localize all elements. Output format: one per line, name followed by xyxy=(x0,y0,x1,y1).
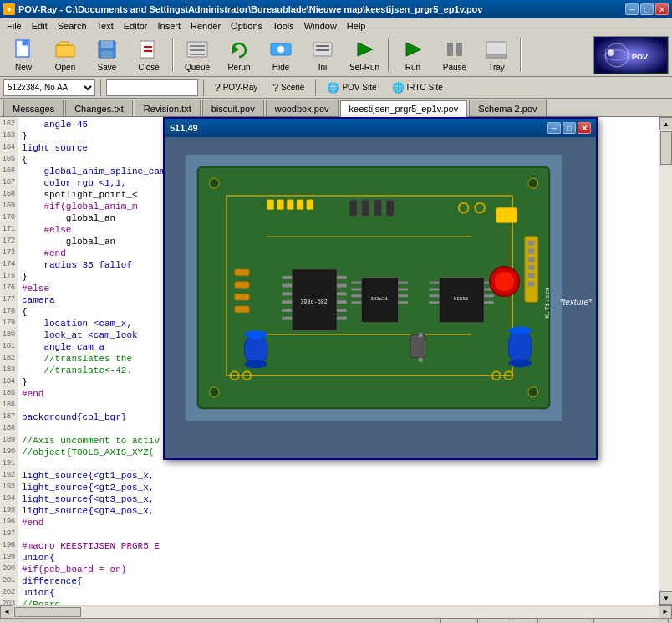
menu-item-render[interactable]: Render xyxy=(186,20,226,32)
povsite-btn[interactable]: 🌐 POV Site xyxy=(321,79,382,96)
line-number: 201 xyxy=(0,575,18,587)
menu-item-file[interactable]: File xyxy=(2,20,27,32)
irtcsite-btn[interactable]: 🌐 IRTC Site xyxy=(386,79,449,96)
toolbar-btn-run[interactable]: Run xyxy=(393,36,433,74)
menu-item-text[interactable]: Text xyxy=(92,20,119,32)
toolbar-btn-close[interactable]: Close xyxy=(129,36,169,74)
svg-rect-3 xyxy=(101,41,113,48)
close-button[interactable]: ✕ xyxy=(655,3,669,15)
line-number: 199 xyxy=(0,552,18,564)
svg-text:K.Ti.sen: K.Ti.sen xyxy=(543,287,551,319)
toolbar-btn-hide[interactable]: Hide xyxy=(261,36,301,74)
toolbar: NewOpenSaveCloseQueueRerunHideIniSel-Run… xyxy=(0,33,672,77)
svg-rect-87 xyxy=(267,200,274,210)
tab-revision-txt[interactable]: Revision.txt xyxy=(135,100,201,116)
main-area: 1621631641651661671681691701711721731741… xyxy=(0,117,672,605)
svg-rect-63 xyxy=(398,294,408,297)
preview-controls: ─ □ ✕ xyxy=(547,122,591,134)
svg-rect-62 xyxy=(398,288,408,290)
svg-rect-43 xyxy=(282,276,292,279)
scroll-up[interactable]: ▲ xyxy=(659,117,672,130)
svg-rect-20 xyxy=(447,43,453,56)
menu-item-editor[interactable]: Editor xyxy=(119,20,153,32)
scroll-thumb[interactable] xyxy=(660,131,672,165)
menu-item-search[interactable]: Search xyxy=(53,20,92,32)
h-scroll-track[interactable] xyxy=(13,606,659,618)
toolbar-btn-label-tray: Tray xyxy=(488,63,505,72)
svg-rect-89 xyxy=(287,200,293,210)
maximize-button[interactable]: □ xyxy=(640,3,654,15)
tab-changes-txt[interactable]: Changes.txt xyxy=(65,100,133,116)
svg-rect-46 xyxy=(282,300,292,304)
toolbar-btn-open[interactable]: Open xyxy=(45,36,85,74)
scroll-right[interactable]: ► xyxy=(659,605,672,619)
svg-rect-57 xyxy=(352,282,362,284)
preview-maximize[interactable]: □ xyxy=(563,122,576,134)
svg-point-37 xyxy=(209,178,219,188)
close-icon xyxy=(136,38,161,61)
svg-rect-45 xyxy=(282,292,292,295)
toolbar-btn-pause[interactable]: Pause xyxy=(435,36,475,74)
svg-rect-104 xyxy=(496,208,517,223)
toolbar-btn-label-open: Open xyxy=(55,63,75,72)
svg-rect-61 xyxy=(398,282,408,284)
toolbar-btn-save[interactable]: Save xyxy=(87,36,127,74)
toolbar-separator xyxy=(388,38,389,72)
scene-btn[interactable]: ? Scene xyxy=(267,79,310,96)
tab-schema-2-pov[interactable]: Schema 2.pov xyxy=(469,100,546,116)
app-icon: ● xyxy=(3,3,15,15)
rerun-icon xyxy=(227,38,252,61)
code-line xyxy=(22,529,655,540)
svg-rect-95 xyxy=(386,200,395,217)
toolbar-btn-new[interactable]: New xyxy=(3,36,43,74)
povray-btn[interactable]: ? POV-Ray xyxy=(209,79,263,96)
svg-rect-5 xyxy=(140,41,154,58)
toolbar-btn-tray[interactable]: Tray xyxy=(476,36,517,74)
toolbar-btn-label-run: Run xyxy=(405,63,420,72)
svg-text:393c-682: 393c-682 xyxy=(300,299,328,305)
scroll-track[interactable] xyxy=(659,130,672,591)
search-input[interactable] xyxy=(106,79,198,96)
tab-biscuit-pov[interactable]: biscuit.pov xyxy=(202,100,264,116)
svg-text:393c31: 393c31 xyxy=(370,296,389,302)
menu-item-insert[interactable]: Insert xyxy=(153,20,186,32)
h-scroll-thumb[interactable] xyxy=(14,607,81,617)
line-number: 164 xyxy=(0,142,18,154)
minimize-button[interactable]: ─ xyxy=(625,3,639,15)
tab-keestijsen-prgr5-ep1v-pov[interactable]: keestijsen_prgr5_ep1v.pov xyxy=(340,100,468,117)
menu-item-tools[interactable]: Tools xyxy=(267,20,299,32)
toolbar-btn-rerun[interactable]: Rerun xyxy=(219,36,259,74)
code-line: light_source{<gt3_pos_x, xyxy=(22,493,655,505)
menu-item-options[interactable]: Options xyxy=(226,20,267,32)
toolbar-btn-ini[interactable]: Ini xyxy=(303,36,343,74)
toolbar-btn-selrun[interactable]: Sel-Run xyxy=(344,36,384,74)
svg-rect-86 xyxy=(235,306,250,313)
preview-window: 511,49 ─ □ ✕ xyxy=(163,117,598,460)
svg-point-79 xyxy=(244,360,267,369)
scroll-down[interactable]: ▼ xyxy=(659,591,672,605)
code-line xyxy=(22,458,655,470)
line-number: 191 xyxy=(0,458,18,470)
preview-minimize[interactable]: ─ xyxy=(547,122,561,134)
svg-rect-49 xyxy=(337,276,347,279)
preview-close[interactable]: ✕ xyxy=(578,122,591,134)
tab-woodbox-pov[interactable]: woodbox.pov xyxy=(266,100,339,116)
tab-messages[interactable]: Messages xyxy=(3,100,64,116)
menu-item-edit[interactable]: Edit xyxy=(27,20,53,32)
menu-item-help[interactable]: Help xyxy=(342,20,371,32)
vertical-scrollbar[interactable]: ▲ ▼ xyxy=(659,117,672,605)
svg-rect-92 xyxy=(349,200,358,217)
code-line: #if(pcb_board = on) xyxy=(22,564,655,575)
pause-icon xyxy=(442,38,467,61)
horizontal-scrollbar[interactable]: ◄ ► xyxy=(0,605,672,618)
scroll-left[interactable]: ◄ xyxy=(0,605,13,619)
status-bar: Output -> 'C:\Documents and Settings\Adm… xyxy=(0,618,672,623)
resolution-select[interactable]: 512x384, No AA xyxy=(3,79,95,96)
line-number: 185 xyxy=(0,388,18,400)
title-bar: ● POV-Ray - C:\Documents and Settings\Ad… xyxy=(0,0,672,18)
toolbar-btn-queue[interactable]: Queue xyxy=(177,36,217,74)
menu-item-window[interactable]: Window xyxy=(299,20,342,32)
line-number: 177 xyxy=(0,294,18,306)
toolbar-btn-label-queue: Queue xyxy=(185,63,210,72)
line-number: 181 xyxy=(0,341,18,353)
